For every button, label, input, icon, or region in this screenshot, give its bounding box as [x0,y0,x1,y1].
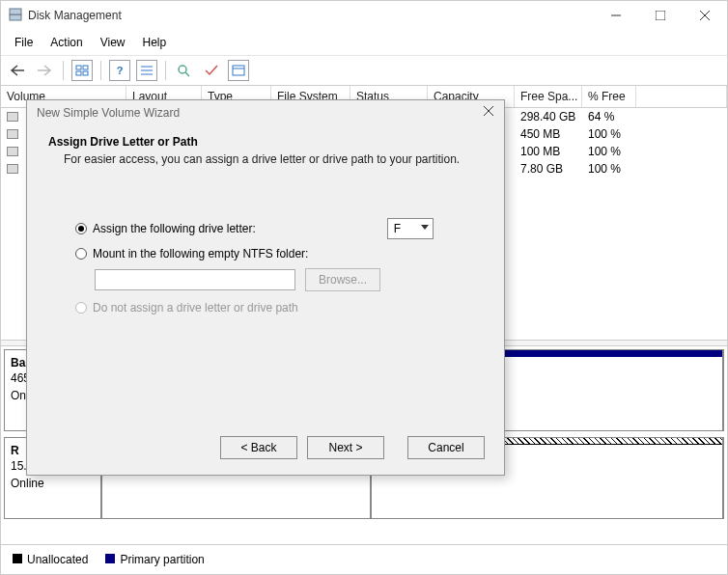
toolbar-panel-icon[interactable] [228,60,249,81]
legend: Unallocated Primary partition [1,544,727,574]
svg-point-13 [179,66,186,73]
menubar: File Action View Help [1,30,727,56]
radio-icon [75,302,87,314]
menu-file[interactable]: File [7,32,41,53]
option-mount-folder[interactable]: Mount in the following empty NTFS folder… [75,247,469,260]
separator [63,61,64,80]
titlebar-icon [9,8,22,24]
menu-help[interactable]: Help [135,32,175,53]
chevron-down-icon [421,225,429,230]
browse-button[interactable]: Browse... [305,268,380,291]
option-assign-letter[interactable]: Assign the following drive letter: F [75,218,469,239]
volume-icon [7,112,18,122]
toolbar: ? [1,56,727,86]
option-label: Mount in the following empty NTFS folder… [93,247,308,260]
col-spacer [636,86,727,107]
col-pctfree[interactable]: % Free [582,86,636,107]
separator [165,61,166,80]
dialog-subheading: For easier access, you can assign a driv… [64,152,483,166]
svg-rect-3 [656,11,665,20]
dialog-buttons: < Back Next > Cancel [27,424,504,475]
menu-view[interactable]: View [93,32,133,53]
separator [100,61,101,80]
col-freespace[interactable]: Free Spa... [515,86,582,107]
close-button[interactable] [683,1,727,30]
svg-rect-0 [10,14,21,20]
volume-icon [7,129,18,139]
minimize-button[interactable] [594,1,638,30]
radio-icon [75,223,87,234]
dialog-body: Assign the following drive letter: F Mou… [27,179,504,424]
legend-primary: Primary partition [105,553,204,566]
dialog-titlebar: New Simple Volume Wizard [27,100,504,125]
forward-button[interactable] [34,60,55,81]
legend-unallocated: Unallocated [13,553,88,566]
disk-status: Online [11,477,95,490]
titlebar: Disk Management [1,1,727,30]
dialog-title: New Simple Volume Wizard [37,106,484,120]
menu-action[interactable]: Action [42,32,90,53]
svg-rect-8 [76,71,81,75]
option-label: Assign the following drive letter: [93,222,256,235]
option-label: Do not assign a drive letter or drive pa… [93,301,298,315]
window-title: Disk Management [28,9,594,22]
svg-rect-7 [83,66,88,69]
check-icon[interactable] [201,60,222,81]
svg-rect-1 [10,9,21,14]
toolbar-grid-icon[interactable] [71,60,93,81]
next-button[interactable]: Next > [307,436,384,459]
radio-icon [75,248,87,260]
disk-management-window: Disk Management File Action View Help ? … [0,0,728,575]
search-icon[interactable] [174,60,195,81]
svg-rect-6 [76,66,81,69]
volume-icon [7,147,18,156]
mount-folder-input[interactable] [95,269,295,290]
svg-line-14 [185,72,189,76]
cancel-button[interactable]: Cancel [407,436,485,459]
dialog-heading: Assign Drive Letter or Path [48,135,483,149]
maximize-button[interactable] [638,1,683,30]
svg-rect-9 [83,71,88,75]
back-button[interactable] [7,60,28,81]
volume-icon [7,164,18,174]
option-no-letter: Do not assign a drive letter or drive pa… [75,301,469,315]
svg-rect-15 [233,66,244,75]
dialog-close-button[interactable] [484,106,494,120]
dialog-header: Assign Drive Letter or Path For easier a… [27,125,504,179]
help-icon[interactable]: ? [109,60,130,81]
drive-letter-select[interactable]: F [387,218,434,239]
toolbar-list-icon[interactable] [136,60,157,81]
new-simple-volume-wizard: New Simple Volume Wizard Assign Drive Le… [26,99,505,476]
back-button[interactable]: < Back [220,436,297,459]
selected-drive-letter: F [394,222,401,235]
